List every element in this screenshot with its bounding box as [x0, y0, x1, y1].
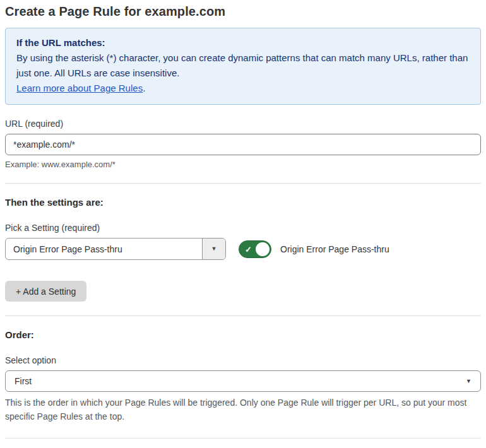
- order-section-heading: Order:: [5, 329, 481, 340]
- settings-row: Origin Error Page Pass-thru ▼ ✓ Origin E…: [5, 238, 481, 260]
- chevron-down-icon: ▼: [466, 379, 471, 384]
- url-field-helper: Example: www.example.com/*: [5, 160, 481, 169]
- check-icon: ✓: [245, 244, 252, 254]
- setting-picker-dropdown[interactable]: Origin Error Page Pass-thru ▼: [5, 238, 226, 260]
- setting-toggle-label: Origin Error Page Pass-thru: [280, 244, 389, 254]
- order-select-value: First: [15, 376, 32, 386]
- page-title: Create a Page Rule for example.com: [5, 4, 481, 19]
- url-field-label: URL (required): [5, 119, 481, 129]
- setting-picker-value: Origin Error Page Pass-thru: [6, 239, 202, 259]
- info-box-body-text: By using the asterisk (*) character, you…: [16, 52, 468, 78]
- divider: [5, 315, 481, 316]
- setting-picker-label: Pick a Setting (required): [5, 223, 481, 233]
- divider: [5, 183, 481, 184]
- setting-toggle[interactable]: ✓: [239, 240, 271, 258]
- info-box-body: By using the asterisk (*) character, you…: [16, 50, 470, 81]
- add-setting-button[interactable]: + Add a Setting: [5, 281, 86, 302]
- page-rule-form: Create a Page Rule for example.com If th…: [0, 0, 486, 448]
- info-box-heading: If the URL matches:: [16, 35, 470, 50]
- link-period: .: [143, 83, 145, 93]
- toggle-knob: [256, 242, 270, 256]
- order-select-label: Select option: [5, 355, 481, 365]
- info-box-link-line: Learn more about Page Rules.: [16, 81, 470, 96]
- order-helper-text: This is the order in which your Page Rul…: [5, 396, 477, 423]
- chevron-down-icon: ▼: [211, 246, 217, 252]
- setting-picker-arrow-button[interactable]: ▼: [202, 239, 225, 259]
- settings-section-heading: Then the settings are:: [5, 197, 481, 208]
- url-match-info-box: If the URL matches: By using the asteris…: [5, 28, 481, 105]
- order-select[interactable]: First ▼: [5, 370, 481, 392]
- learn-more-link[interactable]: Learn more about Page Rules: [16, 83, 143, 93]
- url-input[interactable]: [5, 134, 481, 155]
- divider: [5, 438, 481, 439]
